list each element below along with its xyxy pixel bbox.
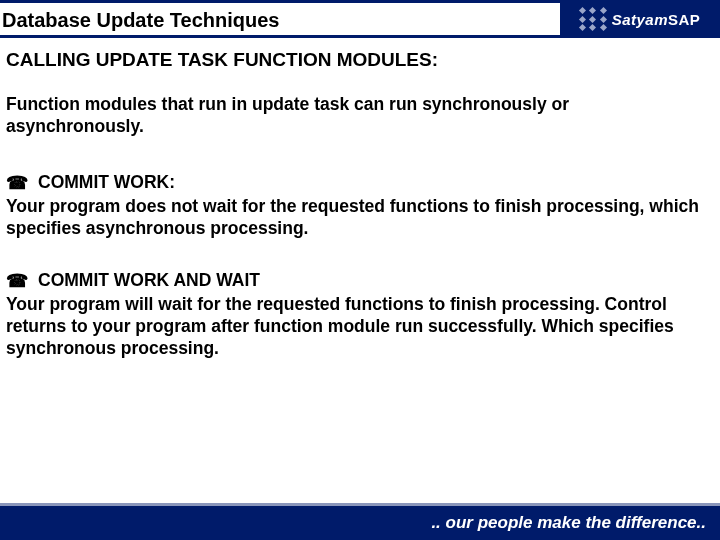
bullet-title: COMMIT WORK: [38, 172, 175, 194]
bullet-body: Your program will wait for the requested… [6, 294, 710, 360]
bullet-head: ☎ COMMIT WORK: [6, 172, 710, 195]
title-wrap: Database Update Techniques [0, 0, 560, 38]
satyam-diamond-icon [580, 8, 606, 30]
content-subtitle: CALLING UPDATE TASK FUNCTION MODULES: [6, 48, 710, 72]
brand-logo-block: SatyamSAP [560, 0, 720, 38]
footer-bar: .. our people make the difference.. [0, 503, 720, 540]
content-area: CALLING UPDATE TASK FUNCTION MODULES: Fu… [0, 38, 720, 503]
bullet-body: Your program does not wait for the reque… [6, 196, 710, 240]
phone-icon: ☎ [6, 270, 26, 293]
intro-paragraph: Function modules that run in update task… [6, 94, 710, 138]
slide-title: Database Update Techniques [0, 3, 560, 38]
bullet-block: ☎ COMMIT WORK AND WAIT Your program will… [6, 270, 710, 360]
slide: Database Update Techniques SatyamSAP CAL… [0, 0, 720, 540]
brand-main: Satyam [612, 11, 668, 28]
phone-icon: ☎ [6, 172, 26, 195]
bullet-head: ☎ COMMIT WORK AND WAIT [6, 270, 710, 293]
bullet-title: COMMIT WORK AND WAIT [38, 270, 260, 292]
brand-text: SatyamSAP [612, 11, 701, 28]
header-bar: Database Update Techniques SatyamSAP [0, 0, 720, 38]
footer-tagline: .. our people make the difference.. [431, 513, 706, 533]
bullet-block: ☎ COMMIT WORK: Your program does not wai… [6, 172, 710, 240]
brand-sap: SAP [668, 11, 700, 28]
